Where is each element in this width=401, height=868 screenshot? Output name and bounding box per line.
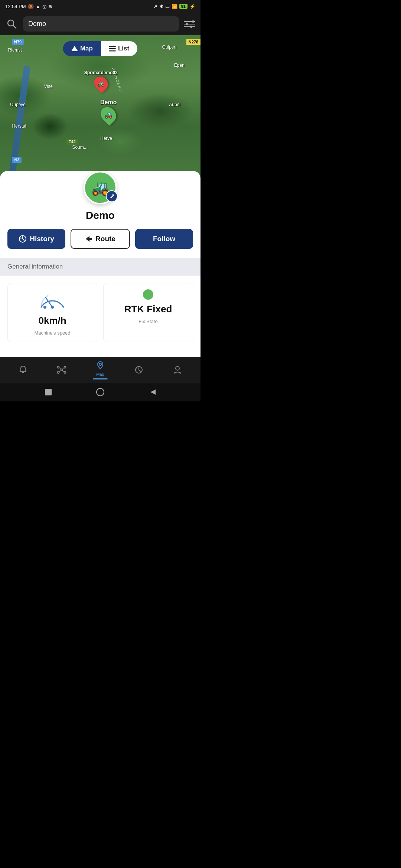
map-tab[interactable]: Map [63,41,101,56]
rtk-status-dot [143,289,153,300]
android-home-btn[interactable] [96,388,104,396]
android-stop-btn[interactable] [44,388,53,397]
nav-profile[interactable] [158,365,197,375]
svg-point-31 [99,363,101,365]
city-riemst: Riemst [8,47,22,53]
tractor-icon-red: 🚜 [97,80,105,87]
general-info-header: General information [0,258,200,276]
charging-icon: ⚡ [189,4,195,9]
header: Demo [0,13,200,35]
nav-history[interactable] [120,365,158,375]
pin-red: 🚜 [91,74,111,93]
avatar-circle: 🚜 [84,171,117,204]
marker-sprimatdemo02[interactable]: Sprimatdemo02 🚜 [84,70,118,91]
search-button[interactable] [4,17,19,32]
marker-sprimatdemo02-label: Sprimatdemo02 [84,70,118,75]
svg-rect-14 [109,50,116,52]
city-vise: Visé [44,84,53,89]
tractor-icon-green: 🚜 [104,111,113,119]
svg-point-18 [43,306,46,309]
gps-icon: ↗ [153,4,157,9]
route-label: Route [95,235,115,243]
marker-demo-label: Demo [100,99,117,106]
map-list-toggle[interactable]: Map List [63,41,137,56]
list-tab-label: List [118,45,129,52]
list-tab[interactable]: List [101,41,137,56]
speed-value: 0km/h [38,315,66,326]
bottom-panel: 🚜 Demo History Route [0,171,200,357]
location-icon: ◎ [42,4,46,9]
info-cards: 0km/h Machine's speed RTK Fixed Fix Stat… [0,276,200,349]
city-herstal: Herstal [12,124,26,129]
map-tab-label: Map [80,45,93,52]
svg-line-30 [62,371,64,372]
pin-green: 🚜 [98,104,120,126]
map-background: N79 N278 E42 N3 Riemst Gulpen Epen Visé … [0,35,200,187]
android-back-btn[interactable] [148,388,157,397]
time-display: 12:54 PM [5,4,26,9]
rtk-card: RTK Fixed Fix State [103,283,193,342]
wifi-icon: 📶 [172,4,177,9]
follow-label: Follow [153,235,175,243]
city-aubel: Aubel [169,102,180,107]
svg-marker-17 [86,236,92,242]
n3-badge: N3 [12,157,22,163]
svg-line-1 [13,25,16,28]
edit-badge[interactable] [106,190,118,202]
n278-badge: N278 [186,39,200,45]
svg-point-8 [190,26,192,28]
bluetooth-icon: ✱ [159,4,163,9]
svg-rect-34 [45,389,52,395]
section-title: General information [7,263,63,270]
filter-button[interactable] [183,17,196,31]
rtk-value: RTK Fixed [124,303,172,315]
battery-level: 91 [179,4,188,9]
svg-point-5 [186,23,188,25]
speed-card: 0km/h Machine's speed [7,283,97,342]
status-left: 12:54 PM 🔕 ▲ ◎ ⊕ [5,4,52,9]
rtk-label: Fix State [138,319,157,324]
android-nav-bar [0,383,200,401]
svg-marker-11 [71,46,78,51]
svg-rect-13 [109,48,116,49]
svg-point-33 [176,366,179,370]
action-buttons: History Route Follow [7,229,193,249]
svg-point-20 [51,306,54,309]
svg-line-29 [59,371,61,372]
n79-badge: N79 [12,39,24,45]
svg-point-2 [192,20,194,23]
city-herve: Herve [100,136,112,141]
e42-badge: E42 [66,139,78,145]
history-button[interactable]: History [7,229,65,249]
city-soum: Soum... [72,145,87,150]
search-input[interactable]: Demo [23,16,179,32]
svg-line-27 [59,368,61,369]
map-container[interactable]: N79 N278 E42 N3 Riemst Gulpen Epen Visé … [0,35,200,187]
city-oupeye: Oupeye [10,102,26,107]
svg-rect-12 [109,46,116,47]
nav-connections[interactable] [42,365,81,375]
nav-active-indicator [93,378,108,379]
status-right: ↗ ✱ ▭ 📶 91 ⚡ [153,4,195,9]
vehicle-name: Demo [0,210,200,221]
navigation-icon: ▲ [36,4,40,9]
speedometer-icon [38,289,67,311]
nav-map-label: Map [96,372,104,377]
battery-low-icon: ▭ [165,4,170,9]
follow-button[interactable]: Follow [135,229,193,249]
status-bar: 12:54 PM 🔕 ▲ ◎ ⊕ ↗ ✱ ▭ 📶 91 ⚡ [0,0,200,13]
svg-line-28 [62,368,64,369]
nav-notifications[interactable] [4,365,42,375]
route-button[interactable]: Route [71,229,130,249]
speed-label: Machine's speed [34,330,70,336]
avatar-wrap: 🚜 [0,171,200,204]
city-gulpen: Gulpen [162,45,177,50]
search-value: Demo [28,20,46,27]
extra-icon: ⊕ [48,4,52,9]
city-epen: Epen [174,63,185,68]
history-label: History [30,235,54,243]
nav-map[interactable]: Map [81,361,120,379]
bottom-nav: Map [0,357,200,383]
marker-demo[interactable]: Demo 🚜 [100,99,117,123]
svg-point-22 [61,369,63,371]
